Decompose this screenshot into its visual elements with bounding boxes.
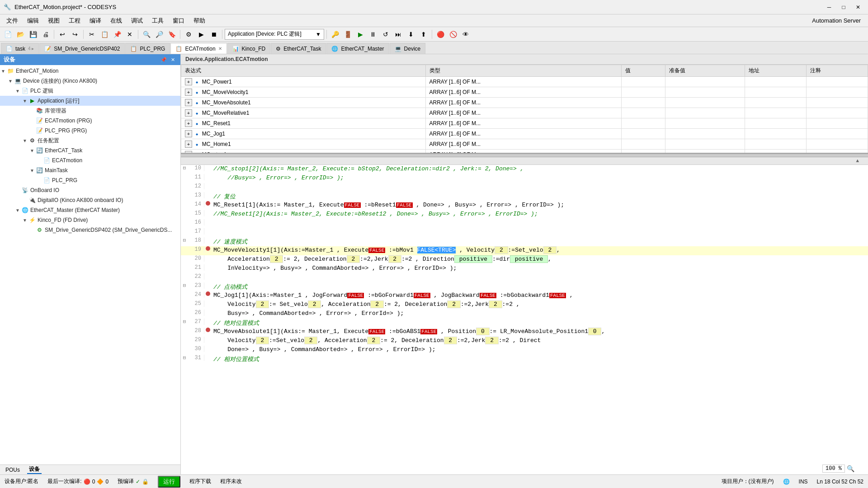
table-row[interactable]: + ⬥ MC_Jog1 ARRAY [1..6] OF M... [181, 129, 868, 139]
expand-btn[interactable]: + [185, 109, 192, 117]
maximize-button[interactable]: □ [837, 3, 850, 12]
menu-debug[interactable]: 调试 [127, 15, 147, 27]
tree-item-digital-io[interactable]: ▷ 🔌 DigitalIO (Kinco AK800 onboard IO) [0, 195, 180, 205]
tree-item-ethercat-master[interactable]: ▼ 🌐 EtherCAT_Master (EtherCAT Master) [0, 205, 180, 215]
scroll-up-btn[interactable]: ▲ [856, 158, 859, 164]
sidebar-close-button[interactable]: ✕ [169, 56, 177, 64]
tree-item-kinco-fd[interactable]: ▼ ⚡ Kinco_FD (FD Drive) [0, 215, 180, 225]
zoom-icon[interactable]: 🔍 [847, 465, 854, 473]
pause-button[interactable]: ⏸ [367, 29, 379, 40]
tab-ecat-close[interactable]: ✕ [218, 46, 222, 51]
play-button[interactable]: ▶ [354, 29, 366, 40]
menu-automation-server[interactable]: Automation Server [807, 15, 866, 26]
menu-online[interactable]: 在线 [106, 15, 127, 27]
expand-btn[interactable]: + [185, 78, 192, 85]
tree-arrow-emaster[interactable]: ▼ [14, 207, 21, 213]
fold-31[interactable]: ⊟ [181, 355, 188, 361]
step-over-button[interactable]: ⏭ [392, 29, 404, 40]
expand-btn[interactable]: + [185, 99, 192, 106]
fold-23[interactable]: ⊟ [181, 282, 188, 288]
tree-arrow-kinco[interactable]: ▼ [22, 217, 28, 223]
delete-button[interactable]: ✕ [124, 29, 136, 40]
run-button[interactable]: ▶ [195, 29, 207, 40]
tab-sm-drive[interactable]: 📝 SM_Drive_GenericDSP402 [39, 43, 125, 54]
tree-item-onboard-io[interactable]: ▷ 📡 OnBoard IO [0, 185, 180, 195]
sidebar-tab-pous[interactable]: POUs [4, 467, 22, 473]
tab-device[interactable]: 💻 Device [390, 43, 426, 54]
open-button[interactable]: 📂 [14, 29, 26, 40]
tree-arrow-taskconf[interactable]: ▼ [22, 137, 28, 144]
table-row[interactable]: + ⬥ MC_MoveVelocity1 ARRAY [1..6] OF M..… [181, 87, 868, 98]
minimize-button[interactable]: ─ [823, 3, 835, 12]
new-button[interactable]: 📄 [2, 29, 14, 40]
tree-item-plcprg[interactable]: ▷ 📝 PLC_PRG (PRG) [0, 126, 180, 136]
tab-plc-prg[interactable]: 📋 PLC_PRG [125, 43, 170, 54]
tree-item-device[interactable]: ▼ 💻 Device (连接的) (Kinco AK800) [0, 76, 180, 86]
bp-toggle-button[interactable]: 🔴 [434, 29, 446, 40]
table-row[interactable]: + ⬥ MC_stop1 ARRAY [1..6] OF M... [181, 150, 868, 154]
undo-button[interactable]: ↩ [57, 29, 68, 40]
table-row[interactable]: + ⬥ MC_MoveAbsolute1 ARRAY [1..6] OF M..… [181, 98, 868, 108]
tab-ecatmotion[interactable]: 📋 ECATmotion ✕ [170, 43, 226, 54]
tree-item-plc-logic[interactable]: ▼ 📄 PLC 逻辑 [0, 86, 180, 96]
zoom-level[interactable]: 100 % [822, 465, 845, 473]
close-button[interactable]: ✕ [852, 3, 864, 12]
table-row[interactable]: + ⬥ MC_Power1 ARRAY [1..6] OF M... [181, 77, 868, 87]
tree-arrow-plc[interactable]: ▼ [14, 88, 21, 94]
tab-ethercat-master[interactable]: 🌐 EtherCAT_Master [326, 43, 389, 54]
bp-28[interactable] [204, 328, 212, 332]
menu-window[interactable]: 窗口 [168, 15, 189, 27]
menu-compile[interactable]: 编译 [85, 15, 106, 27]
bookmark-button[interactable]: 🔖 [166, 29, 178, 40]
tree-item-ecatmotion-prg[interactable]: ▷ 📝 ECATmotion (PRG) [0, 116, 180, 126]
menu-project[interactable]: 工程 [64, 15, 85, 27]
stop-button[interactable]: ⏹ [208, 29, 220, 40]
expand-btn[interactable]: + [185, 130, 192, 137]
tree-item-maintask[interactable]: ▼ 🔄 MainTask [0, 165, 180, 175]
paste-button[interactable]: 📌 [111, 29, 123, 40]
bp-19[interactable] [204, 246, 212, 251]
menu-file[interactable]: 文件 [2, 15, 23, 27]
tree-arrow-maintask[interactable]: ▼ [29, 167, 35, 174]
tree-arrow-etask[interactable]: ▼ [29, 147, 35, 154]
tab-task[interactable]: 📄 task 4 ▸ [1, 43, 39, 54]
reset-button[interactable]: ↺ [380, 29, 392, 40]
login-button[interactable]: 🔑 [329, 29, 341, 40]
expand-btn[interactable]: + [185, 120, 192, 127]
tree-item-ecatmotion-task[interactable]: ▷ 📄 ECATmotion [0, 155, 180, 165]
expand-btn[interactable]: + [185, 89, 192, 96]
table-row[interactable]: + ⬥ MC_MoveRelative1 ARRAY [1..6] OF M..… [181, 108, 868, 118]
tree-arrow-device[interactable]: ▼ [7, 78, 14, 84]
tree-item-sm-drive[interactable]: ▷ ⚙ SM_Drive_GenericDSP402 (SM_Drive_Gen… [0, 225, 180, 235]
tree-item-root[interactable]: ▼ 📁 EtherCAT_Motion [0, 66, 180, 76]
menu-edit[interactable]: 编辑 [23, 15, 43, 27]
splitter[interactable] [181, 154, 868, 157]
menu-help[interactable]: 帮助 [189, 15, 210, 27]
table-row[interactable]: + ⬥ MC_Reset1 ARRAY [1..6] OF M... [181, 118, 868, 129]
build-button[interactable]: ⚙ [183, 29, 194, 40]
tree-item-task-config[interactable]: ▼ ⚙ 任务配置 [0, 136, 180, 145]
find-button[interactable]: 🔎 [153, 29, 165, 40]
tree-arrow-root[interactable]: ▼ [0, 68, 6, 74]
watch-button[interactable]: 👁 [460, 29, 472, 40]
tree-item-ethercat-task[interactable]: ▼ 🔄 EtherCAT_Task [0, 145, 180, 155]
status-running-button[interactable]: 运行 [158, 476, 180, 488]
sidebar-tab-devices[interactable]: 设备 [27, 465, 42, 474]
tree-item-lib[interactable]: ▷ 📚 库管理器 [0, 106, 180, 116]
bp-14[interactable] [204, 201, 212, 206]
bp-24[interactable] [204, 291, 212, 296]
print-button[interactable]: 🖨 [40, 29, 52, 40]
tab-ethercat-task[interactable]: ⚙ EtherCAT_Task [271, 43, 326, 54]
device-dropdown[interactable]: Application [Device: PLC 逻辑] ▼ [225, 29, 324, 40]
table-row[interactable]: + ⬥ MC_Home1 ARRAY [1..6] OF M... [181, 139, 868, 150]
menu-tools[interactable]: 工具 [147, 15, 168, 27]
tree-item-plcprg2[interactable]: ▷ 📄 PLC_PRG [0, 175, 180, 185]
sidebar-pin-button[interactable]: 📌 [160, 56, 168, 64]
menu-view[interactable]: 视图 [43, 15, 64, 27]
tab-kinco-fd[interactable]: 📊 Kinco_FD [227, 43, 271, 54]
fold-10[interactable]: ⊟ [181, 165, 188, 171]
fold-27[interactable]: ⊟ [181, 319, 188, 324]
tree-item-application[interactable]: ▼ ▶ Application [运行] [0, 96, 180, 106]
expand-btn[interactable]: + [185, 141, 192, 148]
logout-button[interactable]: 🚪 [342, 29, 354, 40]
